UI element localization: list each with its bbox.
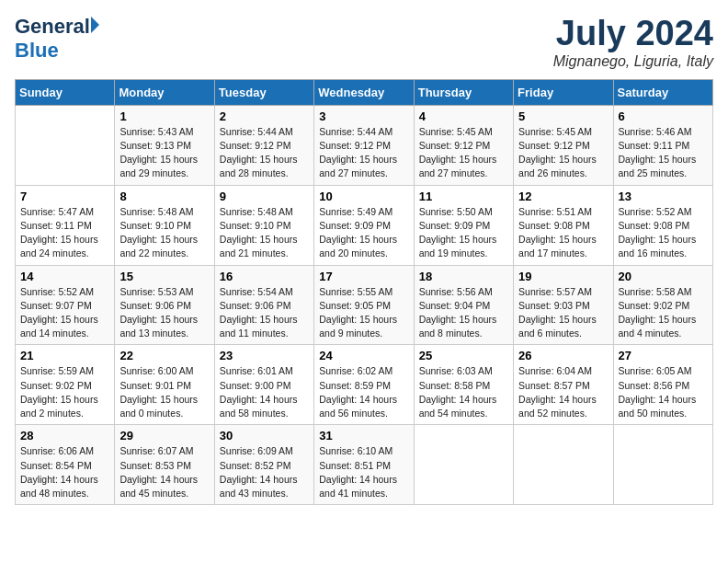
day-number: 6 xyxy=(619,109,708,123)
day-number: 20 xyxy=(619,270,708,283)
day-number: 19 xyxy=(518,270,608,283)
logo-triangle-icon xyxy=(91,17,99,33)
calendar-header: SundayMondayTuesdayWednesdayThursdayFrid… xyxy=(16,79,713,105)
day-number: 2 xyxy=(220,109,309,123)
calendar-cell: 29Sunrise: 6:07 AM Sunset: 8:53 PM Dayli… xyxy=(115,425,214,505)
header-cell-saturday: Saturday xyxy=(613,79,712,105)
day-info: Sunrise: 5:48 AM Sunset: 9:10 PM Dayligh… xyxy=(119,205,209,261)
calendar-week-1: 7Sunrise: 5:47 AM Sunset: 9:11 PM Daylig… xyxy=(16,185,713,265)
day-info: Sunrise: 5:45 AM Sunset: 9:12 PM Dayligh… xyxy=(518,125,608,181)
calendar-cell: 20Sunrise: 5:58 AM Sunset: 9:02 PM Dayli… xyxy=(613,265,712,345)
day-number: 11 xyxy=(419,190,508,203)
logo: General Blue xyxy=(15,15,99,63)
day-info: Sunrise: 5:44 AM Sunset: 9:12 PM Dayligh… xyxy=(319,125,408,181)
day-info: Sunrise: 5:48 AM Sunset: 9:10 PM Dayligh… xyxy=(220,205,309,261)
header-cell-monday: Monday xyxy=(115,79,214,105)
day-number: 28 xyxy=(20,429,109,442)
day-number: 16 xyxy=(220,270,309,283)
day-info: Sunrise: 6:00 AM Sunset: 9:01 PM Dayligh… xyxy=(119,364,209,420)
calendar-cell: 7Sunrise: 5:47 AM Sunset: 9:11 PM Daylig… xyxy=(16,185,115,265)
day-number: 25 xyxy=(419,349,508,362)
calendar-cell: 27Sunrise: 6:05 AM Sunset: 8:56 PM Dayli… xyxy=(613,345,712,425)
day-info: Sunrise: 5:51 AM Sunset: 9:08 PM Dayligh… xyxy=(518,205,608,261)
calendar-cell: 15Sunrise: 5:53 AM Sunset: 9:06 PM Dayli… xyxy=(115,265,214,345)
calendar-cell: 4Sunrise: 5:45 AM Sunset: 9:12 PM Daylig… xyxy=(414,105,513,185)
day-info: Sunrise: 6:01 AM Sunset: 9:00 PM Dayligh… xyxy=(220,364,309,420)
calendar-cell: 21Sunrise: 5:59 AM Sunset: 9:02 PM Dayli… xyxy=(16,345,115,425)
header-cell-thursday: Thursday xyxy=(414,79,513,105)
day-info: Sunrise: 5:53 AM Sunset: 9:06 PM Dayligh… xyxy=(119,285,209,341)
month-title: July 2024 xyxy=(553,15,713,53)
calendar-cell: 31Sunrise: 6:10 AM Sunset: 8:51 PM Dayli… xyxy=(314,425,414,505)
page-header: General Blue July 2024 Mignanego, Liguri… xyxy=(15,15,713,70)
day-info: Sunrise: 6:03 AM Sunset: 8:58 PM Dayligh… xyxy=(419,364,508,420)
day-number: 14 xyxy=(20,270,109,283)
day-number: 30 xyxy=(220,429,309,442)
day-number: 27 xyxy=(619,349,708,362)
day-number: 31 xyxy=(319,429,408,442)
day-number: 7 xyxy=(20,190,109,203)
day-info: Sunrise: 5:43 AM Sunset: 9:13 PM Dayligh… xyxy=(119,125,209,181)
day-info: Sunrise: 5:57 AM Sunset: 9:03 PM Dayligh… xyxy=(518,285,608,341)
calendar-week-2: 14Sunrise: 5:52 AM Sunset: 9:07 PM Dayli… xyxy=(16,265,713,345)
day-number: 4 xyxy=(419,109,508,123)
day-info: Sunrise: 6:04 AM Sunset: 8:57 PM Dayligh… xyxy=(518,364,608,420)
header-cell-tuesday: Tuesday xyxy=(214,79,313,105)
logo-general-text: General xyxy=(15,15,90,39)
day-number: 26 xyxy=(518,349,608,362)
location-text: Mignanego, Liguria, Italy xyxy=(553,53,713,70)
day-info: Sunrise: 5:49 AM Sunset: 9:09 PM Dayligh… xyxy=(319,205,408,261)
calendar-cell: 18Sunrise: 5:56 AM Sunset: 9:04 PM Dayli… xyxy=(414,265,513,345)
calendar-cell: 5Sunrise: 5:45 AM Sunset: 9:12 PM Daylig… xyxy=(514,105,613,185)
calendar-cell xyxy=(16,105,115,185)
logo-blue-text: Blue xyxy=(15,39,59,62)
day-info: Sunrise: 6:05 AM Sunset: 8:56 PM Dayligh… xyxy=(619,364,708,420)
day-info: Sunrise: 5:45 AM Sunset: 9:12 PM Dayligh… xyxy=(419,125,508,181)
title-block: July 2024 Mignanego, Liguria, Italy xyxy=(553,15,713,70)
calendar-cell: 13Sunrise: 5:52 AM Sunset: 9:08 PM Dayli… xyxy=(613,185,712,265)
calendar-cell: 10Sunrise: 5:49 AM Sunset: 9:09 PM Dayli… xyxy=(314,185,414,265)
day-number: 21 xyxy=(20,349,109,362)
day-number: 8 xyxy=(119,190,209,203)
day-number: 13 xyxy=(619,190,708,203)
calendar-cell: 1Sunrise: 5:43 AM Sunset: 9:13 PM Daylig… xyxy=(115,105,214,185)
calendar-cell: 16Sunrise: 5:54 AM Sunset: 9:06 PM Dayli… xyxy=(214,265,313,345)
calendar-cell: 6Sunrise: 5:46 AM Sunset: 9:11 PM Daylig… xyxy=(613,105,712,185)
day-number: 10 xyxy=(319,190,408,203)
day-number: 9 xyxy=(220,190,309,203)
day-info: Sunrise: 5:54 AM Sunset: 9:06 PM Dayligh… xyxy=(220,285,309,341)
calendar-cell xyxy=(613,425,712,505)
day-info: Sunrise: 5:47 AM Sunset: 9:11 PM Dayligh… xyxy=(20,205,109,261)
calendar-cell: 11Sunrise: 5:50 AM Sunset: 9:09 PM Dayli… xyxy=(414,185,513,265)
calendar-cell: 25Sunrise: 6:03 AM Sunset: 8:58 PM Dayli… xyxy=(414,345,513,425)
day-number: 17 xyxy=(319,270,408,283)
day-number: 29 xyxy=(119,429,209,442)
calendar-cell: 2Sunrise: 5:44 AM Sunset: 9:12 PM Daylig… xyxy=(214,105,313,185)
day-info: Sunrise: 5:52 AM Sunset: 9:08 PM Dayligh… xyxy=(619,205,708,261)
calendar-week-4: 28Sunrise: 6:06 AM Sunset: 8:54 PM Dayli… xyxy=(16,425,713,505)
header-cell-sunday: Sunday xyxy=(16,79,115,105)
calendar-cell: 19Sunrise: 5:57 AM Sunset: 9:03 PM Dayli… xyxy=(514,265,613,345)
day-info: Sunrise: 5:59 AM Sunset: 9:02 PM Dayligh… xyxy=(20,364,109,420)
day-info: Sunrise: 5:52 AM Sunset: 9:07 PM Dayligh… xyxy=(20,285,109,341)
calendar-cell: 23Sunrise: 6:01 AM Sunset: 9:00 PM Dayli… xyxy=(214,345,313,425)
day-info: Sunrise: 6:07 AM Sunset: 8:53 PM Dayligh… xyxy=(119,444,209,500)
calendar-week-0: 1Sunrise: 5:43 AM Sunset: 9:13 PM Daylig… xyxy=(16,105,713,185)
day-info: Sunrise: 5:50 AM Sunset: 9:09 PM Dayligh… xyxy=(419,205,508,261)
day-number: 1 xyxy=(119,109,209,123)
calendar-cell: 22Sunrise: 6:00 AM Sunset: 9:01 PM Dayli… xyxy=(115,345,214,425)
day-number: 24 xyxy=(319,349,408,362)
calendar-cell: 30Sunrise: 6:09 AM Sunset: 8:52 PM Dayli… xyxy=(214,425,313,505)
day-info: Sunrise: 5:56 AM Sunset: 9:04 PM Dayligh… xyxy=(419,285,508,341)
day-number: 12 xyxy=(518,190,608,203)
day-info: Sunrise: 5:44 AM Sunset: 9:12 PM Dayligh… xyxy=(220,125,309,181)
day-number: 3 xyxy=(319,109,408,123)
day-info: Sunrise: 5:55 AM Sunset: 9:05 PM Dayligh… xyxy=(319,285,408,341)
day-info: Sunrise: 6:02 AM Sunset: 8:59 PM Dayligh… xyxy=(319,364,408,420)
calendar-body: 1Sunrise: 5:43 AM Sunset: 9:13 PM Daylig… xyxy=(16,105,713,504)
day-info: Sunrise: 6:10 AM Sunset: 8:51 PM Dayligh… xyxy=(319,444,408,500)
day-number: 5 xyxy=(518,109,608,123)
header-cell-friday: Friday xyxy=(514,79,613,105)
calendar-cell: 24Sunrise: 6:02 AM Sunset: 8:59 PM Dayli… xyxy=(314,345,414,425)
calendar-cell xyxy=(414,425,513,505)
